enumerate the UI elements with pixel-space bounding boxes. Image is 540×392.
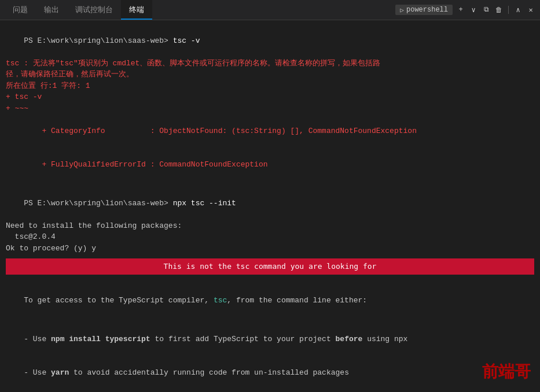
- line-error1-fqid: + FullyQualifiedErrorId : CommandNotFoun…: [6, 148, 534, 182]
- tab-terminal[interactable]: 终端: [121, 0, 152, 20]
- spacer2: [6, 279, 534, 284]
- line-use1: - Use npm install typescript to first ad…: [6, 322, 534, 356]
- tab-problems[interactable]: 问题: [5, 0, 36, 20]
- trash-icon[interactable]: 🗑: [494, 5, 504, 14]
- close-icon[interactable]: ✕: [526, 5, 535, 14]
- line-error1-3: 所在位置 行:1 字符: 1: [6, 80, 534, 92]
- add-terminal-button[interactable]: +: [456, 5, 465, 14]
- tab-output[interactable]: 输出: [36, 0, 67, 20]
- line-error1-1: tsc : 无法将"tsc"项识别为 cmdlet、函数、脚本文件或可运行程序的…: [6, 58, 534, 69]
- line-error1-tilde: + ~~~: [6, 103, 534, 114]
- line-prompt1: PS E:\work\spring\lion\saas-web> tsc -v: [6, 24, 534, 58]
- tab-bar: 问题 输出 调试控制台 终端: [5, 0, 395, 20]
- line-ok: Ok to proceed? (y) y: [6, 243, 534, 254]
- line-prompt2: PS E:\work\spring\lion\saas-web> npx tsc…: [6, 186, 534, 220]
- chevron-up-icon[interactable]: ∧: [513, 5, 523, 14]
- error-banner: This is not the tsc command you are look…: [6, 258, 534, 275]
- spacer1: [6, 182, 534, 186]
- line-error1-cat: + CategoryInfo : ObjectNotFound: (tsc:St…: [6, 114, 534, 148]
- split-terminal-button[interactable]: ⧉: [482, 5, 491, 14]
- line-pkg: tsc@2.0.4: [6, 231, 534, 243]
- line-prompt3: PS E:\work\spring\lion\saas-web>: [6, 390, 534, 392]
- terminal-content: PS E:\work\spring\lion\saas-web> tsc -v …: [0, 20, 540, 392]
- chevron-down-icon[interactable]: ∨: [469, 5, 478, 14]
- line-error1-cmd: + tsc -v: [6, 91, 534, 103]
- line-use2: - Use yarn to avoid accidentally running…: [6, 356, 534, 390]
- title-bar: 问题 输出 调试控制台 终端 ▷ powershell + ∨ ⧉ 🗑 ∧ ✕: [0, 0, 540, 20]
- line-error1-2: 径，请确保路径正确，然后再试一次。: [6, 69, 534, 80]
- separator: [508, 6, 509, 14]
- title-bar-controls: ▷ powershell + ∨ ⧉ 🗑 ∧ ✕: [395, 5, 535, 15]
- line-access: To get access to the TypeScript compiler…: [6, 284, 534, 318]
- line-need: Need to install the following packages:: [6, 220, 534, 232]
- spacer3: [6, 317, 534, 322]
- tab-debug-console[interactable]: 调试控制台: [67, 0, 121, 20]
- shell-label: ▷ powershell: [395, 5, 453, 15]
